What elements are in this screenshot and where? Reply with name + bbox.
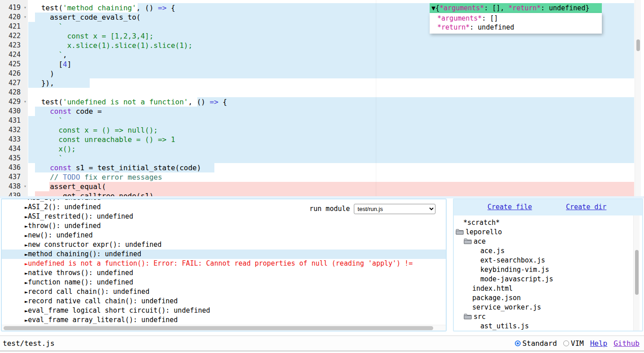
- line-number[interactable]: 438▾: [0, 182, 28, 191]
- file-tree-scrollbar-thumb[interactable]: [635, 250, 639, 295]
- fold-toggle-icon[interactable]: ▾: [24, 4, 26, 11]
- tree-item-file[interactable]: *scratch*: [463, 218, 500, 228]
- tree-item-file[interactable]: ace.js: [480, 246, 505, 256]
- test-result-row[interactable]: ►throw(): undefined: [2, 221, 447, 231]
- code-line[interactable]: }),: [0, 78, 644, 88]
- code-line[interactable]: [4]: [0, 60, 644, 69]
- run-module-select[interactable]: test/run.js: [354, 204, 435, 214]
- editor-vertical-scrollbar[interactable]: [635, 0, 641, 196]
- tree-item-folder[interactable]: leporello: [456, 228, 502, 237]
- line-number[interactable]: 419▾: [0, 3, 28, 13]
- line-number[interactable]: 432: [0, 125, 28, 135]
- code-line[interactable]: ): [0, 69, 644, 78]
- file-tree-scrollbar[interactable]: [633, 215, 640, 331]
- line-number[interactable]: 439: [0, 191, 28, 196]
- tree-item-file[interactable]: keybinding-vim.js: [480, 265, 549, 275]
- github-link[interactable]: Github: [614, 339, 640, 348]
- fold-toggle-icon[interactable]: ▾: [24, 14, 26, 20]
- tree-item-label: mode-javascript.js: [480, 275, 553, 283]
- line-number[interactable]: 436: [0, 163, 28, 172]
- line-number[interactable]: 431: [0, 116, 28, 125]
- tree-item-file[interactable]: package.json: [472, 293, 521, 303]
- fold-toggle-icon[interactable]: ▾: [24, 183, 26, 189]
- line-number[interactable]: 421: [0, 22, 28, 31]
- code-editor[interactable]: test('method chaining', () => {assert_co…: [0, 0, 644, 196]
- test-result-row[interactable]: ►native throws(): undefined: [2, 268, 447, 278]
- line-number[interactable]: 420▾: [0, 13, 28, 22]
- tree-item-file[interactable]: index.html: [472, 284, 513, 293]
- code-line-text: const x = () => null();: [58, 125, 158, 135]
- test-result-row[interactable]: ►method chaining(): undefined: [2, 250, 447, 259]
- line-number[interactable]: 428: [0, 88, 28, 97]
- test-result-row[interactable]: ►new(): undefined: [2, 231, 447, 240]
- code-line[interactable]: const unreachable = () => 1: [0, 135, 644, 144]
- eval-highlight: [28, 60, 634, 69]
- code-line[interactable]: const x = () => null();: [0, 125, 644, 135]
- value-inspector-row[interactable]: *arguments*: []: [433, 14, 602, 23]
- tree-item-file[interactable]: mode-javascript.js: [480, 275, 553, 284]
- line-number[interactable]: 437: [0, 172, 28, 182]
- tree-item-folder[interactable]: ace: [464, 237, 486, 246]
- code-line[interactable]: const s1 = test_initial_state(code): [0, 163, 644, 172]
- code-line[interactable]: `: [0, 154, 644, 163]
- value-inspector-header[interactable]: ▼{*arguments*: [], *return*: undefined}: [430, 3, 602, 13]
- radio-unchecked-icon[interactable]: [563, 340, 569, 346]
- test-result-row[interactable]: ►undefined is not a function(): Error: F…: [2, 259, 447, 268]
- line-number[interactable]: 423: [0, 41, 28, 50]
- folder-icon: [464, 238, 472, 244]
- code-line[interactable]: `,: [0, 50, 644, 60]
- code-line[interactable]: test('undefined is not a function', () =…: [0, 97, 644, 107]
- test-result-row[interactable]: ►record call chain(): undefined: [2, 287, 447, 297]
- folder-icon: [456, 229, 464, 235]
- value-inspector-tooltip: ▼{*arguments*: [], *return*: undefined} …: [430, 3, 602, 34]
- fold-toggle-icon[interactable]: ▾: [24, 99, 26, 105]
- code-line[interactable]: const code =: [0, 107, 644, 116]
- test-result-row[interactable]: ►ASI_1(): undefined: [2, 198, 447, 202]
- eval-highlight: [28, 50, 634, 60]
- code-line[interactable]: // TODO fix error messages: [0, 172, 644, 182]
- code-line[interactable]: [0, 88, 644, 97]
- results-scrollbar-thumb[interactable]: [4, 326, 433, 330]
- eval-highlight: [28, 144, 634, 154]
- current-file-path: test/test.js: [3, 339, 55, 348]
- tree-item-file[interactable]: ext-searchbox.js: [480, 256, 545, 265]
- help-link[interactable]: Help: [590, 339, 608, 348]
- code-line[interactable]: assert_equal(: [0, 182, 644, 191]
- code-line[interactable]: get_calltree_node(s1): [0, 191, 644, 196]
- leporello-app: test('method chaining', () => {assert_co…: [0, 0, 644, 353]
- test-result-row[interactable]: ►new constructor expr(): undefined: [2, 240, 447, 250]
- tree-item-file[interactable]: ast_utils.js: [480, 322, 529, 331]
- code-line[interactable]: x.slice(1).slice(1).slice(1);: [0, 41, 644, 50]
- line-number[interactable]: 435: [0, 154, 28, 163]
- radio-checked-icon[interactable]: [515, 340, 521, 346]
- status-bar: test/test.js Standard VIM Help Github: [0, 336, 644, 352]
- create-file-link[interactable]: Create file: [487, 203, 532, 211]
- value-inspector-row[interactable]: *return*: undefined: [433, 23, 602, 32]
- code-line-text: test('undefined is not a function', () =…: [41, 97, 227, 107]
- line-number[interactable]: 422: [0, 31, 28, 41]
- editor-scrollbar-thumb[interactable]: [636, 39, 640, 51]
- create-dir-link[interactable]: Create dir: [566, 203, 606, 211]
- line-number[interactable]: 430: [0, 107, 28, 116]
- line-number[interactable]: 433: [0, 135, 28, 144]
- line-number[interactable]: 425: [0, 60, 28, 69]
- line-number[interactable]: 424: [0, 50, 28, 60]
- tree-item-folder[interactable]: src: [464, 312, 486, 322]
- test-result-row[interactable]: ►record native call chain(): undefined: [2, 297, 447, 306]
- results-horizontal-scrollbar[interactable]: [2, 325, 446, 331]
- tree-item-file[interactable]: service_worker.js: [472, 303, 541, 312]
- test-result-row[interactable]: ►eval_frame logical short circuit(): und…: [2, 306, 447, 315]
- line-number[interactable]: 434: [0, 144, 28, 154]
- test-result-text: new constructor expr(): undefined: [28, 241, 161, 249]
- test-result-row[interactable]: ►function name(): undefined: [2, 278, 447, 287]
- test-result-text: ASI_2(): undefined: [28, 203, 101, 211]
- tree-item-label: ext-searchbox.js: [480, 256, 545, 264]
- test-result-row[interactable]: ►eval_frame array_literal(): undefined: [2, 315, 447, 325]
- line-number[interactable]: 427: [0, 78, 28, 88]
- line-number[interactable]: 429▾: [0, 97, 28, 107]
- line-number[interactable]: 426: [0, 69, 28, 78]
- code-line[interactable]: x();: [0, 144, 644, 154]
- keybinding-standard-radio[interactable]: Standard: [515, 339, 557, 348]
- keybinding-vim-radio[interactable]: VIM: [563, 339, 584, 348]
- code-line[interactable]: `: [0, 116, 644, 125]
